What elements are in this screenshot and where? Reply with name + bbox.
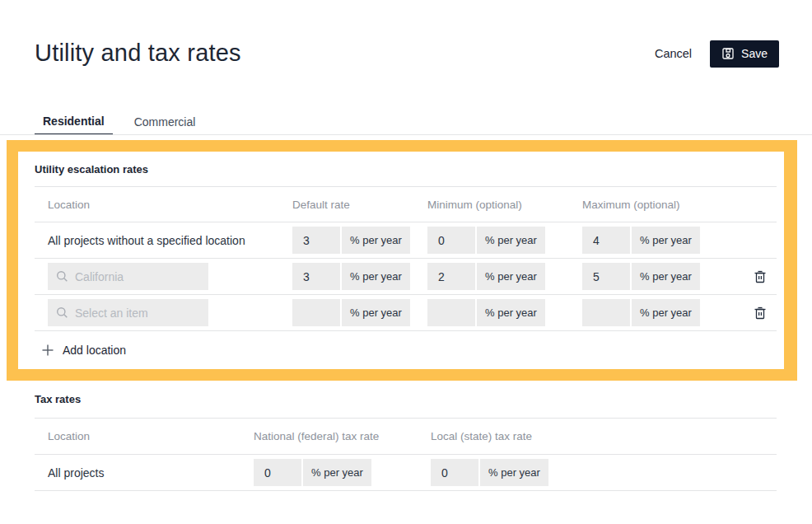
- page-title: Utility and tax rates: [35, 40, 241, 67]
- save-button-label: Save: [741, 47, 768, 60]
- save-button[interactable]: Save: [710, 40, 779, 68]
- local-tax-group: % per year: [431, 459, 777, 486]
- tab-bar-divider: [0, 134, 812, 135]
- unit-suffix: % per year: [480, 459, 548, 486]
- local-tax-input[interactable]: [431, 459, 478, 486]
- row-location-label: All projects: [35, 466, 254, 480]
- tax-table: Location National (federal) tax rate Loc…: [35, 418, 777, 491]
- column-header-location: Location: [35, 199, 292, 211]
- utility-section-title: Utility escalation rates: [35, 163, 148, 175]
- minimum-rate-group: % per year: [427, 263, 582, 290]
- trash-icon: [753, 306, 768, 320]
- table-row: % per year % per year % per year: [35, 259, 777, 295]
- utility-section-highlight: Utility escalation rates Location Defaul…: [7, 140, 797, 381]
- add-location-button[interactable]: Add location: [41, 344, 126, 357]
- cancel-button[interactable]: Cancel: [655, 47, 692, 60]
- unit-suffix: % per year: [477, 299, 545, 326]
- default-rate-input[interactable]: [292, 299, 340, 326]
- utility-section-header: Utility escalation rates: [35, 152, 777, 187]
- column-header-minimum: Minimum (optional): [427, 199, 582, 211]
- column-header-national-tax: National (federal) tax rate: [254, 430, 431, 442]
- unit-suffix: % per year: [342, 299, 410, 326]
- tax-section-title: Tax rates: [35, 393, 81, 405]
- tax-section-header: Tax rates: [0, 381, 812, 418]
- unit-suffix: % per year: [477, 227, 545, 254]
- default-rate-group: % per year: [292, 263, 427, 290]
- plus-icon: [41, 344, 54, 357]
- add-location-row: Add location: [35, 331, 777, 368]
- delete-row-button[interactable]: [744, 263, 777, 290]
- location-search-box[interactable]: [48, 263, 208, 290]
- tab-bar: Residential Commercial: [35, 108, 203, 135]
- column-header-local-tax: Local (state) tax rate: [431, 430, 777, 442]
- maximum-rate-input[interactable]: [582, 227, 630, 254]
- unit-suffix: % per year: [342, 227, 410, 254]
- trash-icon: [753, 269, 768, 284]
- minimum-rate-group: % per year: [427, 227, 582, 254]
- utility-tax-rates-page: Utility and tax rates Cancel Save Reside…: [0, 0, 812, 524]
- search-icon: [56, 306, 68, 319]
- unit-suffix: % per year: [632, 227, 700, 254]
- unit-suffix: % per year: [477, 263, 545, 290]
- header-actions: Cancel Save: [655, 40, 779, 68]
- maximum-rate-group: % per year: [582, 299, 744, 326]
- add-location-label: Add location: [63, 344, 126, 357]
- minimum-rate-input[interactable]: [427, 299, 475, 326]
- delete-row-button[interactable]: [744, 299, 777, 326]
- column-header-maximum: Maximum (optional): [582, 199, 744, 211]
- tab-residential[interactable]: Residential: [35, 108, 113, 135]
- national-tax-group: % per year: [254, 459, 431, 486]
- row-location-label: All projects without a specified locatio…: [35, 234, 292, 247]
- default-rate-input[interactable]: [292, 227, 340, 254]
- unit-suffix: % per year: [342, 263, 410, 290]
- utility-escalation-card: Utility escalation rates Location Defaul…: [18, 152, 784, 369]
- maximum-rate-input[interactable]: [582, 299, 630, 326]
- tax-rates-section: Tax rates Location National (federal) ta…: [0, 381, 812, 491]
- maximum-rate-group: % per year: [582, 263, 744, 290]
- table-row: All projects without a specified locatio…: [35, 222, 777, 259]
- unit-suffix: % per year: [632, 263, 700, 290]
- default-rate-group: % per year: [292, 227, 427, 254]
- unit-suffix: % per year: [303, 459, 371, 486]
- location-search-input[interactable]: [75, 270, 224, 283]
- utility-table-header-row: Location Default rate Minimum (optional)…: [35, 187, 777, 222]
- minimum-rate-input[interactable]: [427, 263, 475, 290]
- maximum-rate-group: % per year: [582, 227, 744, 254]
- save-icon: [721, 47, 735, 60]
- tax-table-header-row: Location National (federal) tax rate Loc…: [35, 419, 777, 455]
- minimum-rate-group: % per year: [427, 299, 582, 326]
- table-row: All projects % per year % per year: [35, 455, 777, 491]
- location-search-box[interactable]: [48, 299, 208, 326]
- search-icon: [56, 270, 68, 283]
- tab-commercial[interactable]: Commercial: [126, 108, 204, 135]
- minimum-rate-input[interactable]: [427, 227, 475, 254]
- national-tax-input[interactable]: [254, 459, 301, 486]
- unit-suffix: % per year: [632, 299, 700, 326]
- location-search-input[interactable]: [75, 306, 224, 320]
- table-row: % per year % per year % per year: [35, 295, 777, 331]
- default-rate-input[interactable]: [292, 263, 340, 290]
- maximum-rate-input[interactable]: [582, 263, 630, 290]
- default-rate-group: % per year: [292, 299, 427, 326]
- column-header-default-rate: Default rate: [292, 199, 427, 211]
- column-header-location: Location: [35, 430, 254, 442]
